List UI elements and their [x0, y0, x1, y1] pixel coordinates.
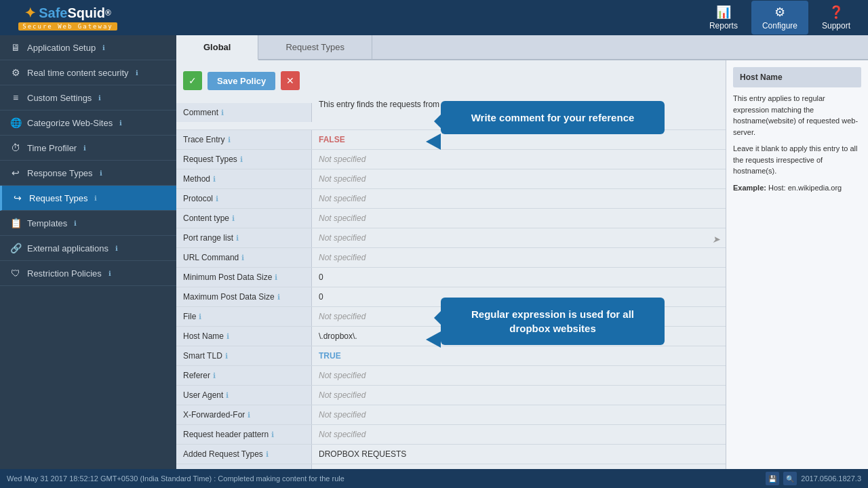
send-icon: ➤ [712, 234, 720, 245]
version-info: 💾 🔍 2017.0506.1827.3 [766, 472, 861, 485]
save-policy-button[interactable]: Save Policy [208, 72, 275, 90]
host-name-description: This entry applies to regular expression… [733, 93, 861, 138]
sidebar-item-external-applications[interactable]: 🔗External applicationsℹ [0, 236, 176, 261]
sidebar-icon-real-time-security: ⚙ [9, 67, 22, 78]
logo-tagline: Secure Web Gateway [18, 22, 117, 30]
val-false: FALSE [319, 135, 345, 144]
info-icon: ℹ [213, 175, 216, 184]
form-label: Minimum Post Data Size ℹ [176, 268, 312, 287]
info-icon: ℹ [226, 391, 229, 400]
form-row: Trace Entry ℹFALSE [176, 130, 726, 150]
sidebar-item-restriction-policies[interactable]: 🛡Restriction Policiesℹ [0, 261, 176, 286]
logo-squid: Squid [67, 5, 105, 21]
form-row: Method ℹNot specified [176, 169, 726, 189]
form-row: User Agent ℹNot specified [176, 386, 726, 405]
form-value[interactable]: 0 [312, 268, 726, 287]
nav-configure-label: Configure [762, 21, 797, 30]
form-label: Added Request Types ℹ [176, 445, 312, 464]
nav-reports[interactable]: 📊 Reports [698, 1, 749, 35]
tab-request-types[interactable]: Request Types [258, 35, 372, 59]
check-button[interactable]: ✓ [183, 71, 202, 90]
form-row: Maximum Post Data Size ℹ0 [176, 287, 726, 307]
val-true: TRUE [319, 351, 341, 361]
nav-support-label: Support [822, 21, 850, 30]
info-icon: ℹ [216, 195, 218, 203]
sidebar-info-categorize-websites: ℹ [119, 119, 122, 127]
form-label: Request header pattern ℹ [176, 425, 312, 444]
sidebar-icon-request-types: ↪ [12, 192, 24, 203]
sidebar-label-real-time-security: Real time content security [27, 68, 129, 78]
form-row: Smart TLD ℹTRUE [176, 346, 726, 366]
form-value: Not specified➤ [312, 228, 726, 247]
sidebar-icon-templates: 📋 [9, 218, 22, 228]
host-name-sidebar: Host Name This entry applies to regular … [726, 60, 868, 469]
form-row: File ℹNot specified [176, 307, 726, 327]
form-value[interactable]: FALSE [312, 130, 726, 149]
form-label: Referer ℹ [176, 366, 312, 385]
form-value: Not specified [312, 150, 726, 169]
form-value[interactable]: TRUE [312, 346, 726, 365]
sidebar-item-time-profiler[interactable]: ⏱Time Profilerℹ [0, 136, 176, 161]
info-icon: ℹ [275, 273, 277, 282]
sidebar-label-external-applications: External applications [27, 243, 108, 253]
configure-icon: ⚙ [774, 5, 785, 20]
sidebar-icon-categorize-websites: 🌐 [9, 117, 22, 128]
sidebar-item-application-setup[interactable]: 🖥Application Setupℹ [0, 35, 176, 60]
nav-right: 📊 Reports ⚙ Configure ❓ Support [698, 1, 861, 35]
sidebar-item-categorize-websites[interactable]: 🌐Categorize Web-Sitesℹ [0, 110, 176, 136]
form-row: Port range list ℹNot specified➤ [176, 228, 726, 248]
info-icon: ℹ [277, 293, 280, 302]
logo-reg: ® [105, 8, 111, 18]
form-row: X-Forwarded-For ℹNot specified [176, 405, 726, 425]
info-icon: ℹ [199, 312, 201, 321]
reports-icon: 📊 [716, 5, 731, 20]
form-value[interactable]: 0 [312, 287, 726, 306]
form-value: Not specified [312, 464, 726, 469]
form-label: X-Forwarded-For ℹ [176, 405, 312, 424]
sidebar-info-time-profiler: ℹ [83, 144, 86, 152]
sidebar-item-response-types[interactable]: ↩Response Typesℹ [0, 161, 176, 186]
form-row: Comment ℹThis entry finds the requests f… [176, 96, 726, 130]
form-value: Not specified [312, 189, 726, 208]
sidebar-label-categorize-websites: Categorize Web-Sites [27, 118, 113, 128]
sidebar-item-custom-settings[interactable]: ≡Custom Settingsℹ [0, 85, 176, 110]
form-row: Host Name ℹ\.dropbox\. [176, 327, 726, 346]
sidebar-label-templates: Templates [27, 218, 67, 228]
nav-configure[interactable]: ⚙ Configure [751, 1, 808, 35]
form-value: Not specified [312, 366, 726, 385]
info-icon: ℹ [236, 234, 239, 243]
info-icon: ℹ [248, 411, 250, 420]
host-name-blank-note: Leave it blank to apply this entry to al… [733, 143, 861, 177]
sidebar-item-request-types[interactable]: ↪Request Typesℹ [0, 186, 176, 211]
form-label: URL Command ℹ [176, 248, 312, 267]
info-icon: ℹ [228, 136, 231, 144]
search-icon[interactable]: 🔍 [783, 472, 797, 485]
form-value[interactable]: This entry finds the requests from drop … [312, 96, 726, 129]
content-area: GlobalRequest Types ✓ Save Policy ✕ Comm… [176, 35, 868, 469]
sidebar-info-custom-settings: ℹ [98, 94, 101, 102]
status-bar: Wed May 31 2017 18:52:12 GMT+0530 (India… [0, 469, 868, 488]
form-value[interactable]: \.dropbox\. [312, 327, 726, 346]
sidebar-info-templates: ℹ [74, 220, 77, 227]
top-nav: ✦ SafeSquid® Secure Web Gateway 📊 Report… [0, 0, 868, 35]
status-text: Wed May 31 2017 18:52:12 GMT+0530 (India… [7, 474, 344, 483]
form-value: Not specified [312, 209, 726, 228]
sidebar-item-real-time-security[interactable]: ⚙Real time content securityℹ [0, 60, 176, 85]
close-button[interactable]: ✕ [281, 71, 300, 90]
nav-support[interactable]: ❓ Support [811, 1, 861, 35]
info-icon: ℹ [271, 430, 274, 439]
form-row: Protocol ℹNot specified [176, 189, 726, 209]
host-name-header: Host Name [733, 67, 861, 87]
form-label: Trace Entry ℹ [176, 130, 312, 149]
tab-global[interactable]: Global [176, 35, 258, 60]
save-icon[interactable]: 💾 [766, 472, 779, 485]
star-icon: ✦ [24, 5, 36, 21]
form-value: Not specified [312, 248, 726, 267]
sidebar-item-templates[interactable]: 📋Templatesℹ [0, 211, 176, 236]
sidebar-icon-application-setup: 🖥 [9, 42, 22, 53]
form-value: Not specified [312, 169, 726, 188]
form-value[interactable]: DROPBOX REQUESTS [312, 445, 726, 464]
form-label: Smart TLD ℹ [176, 346, 312, 365]
logo-name: ✦ SafeSquid® [24, 5, 111, 21]
form-rows: Comment ℹThis entry finds the requests f… [176, 96, 726, 469]
